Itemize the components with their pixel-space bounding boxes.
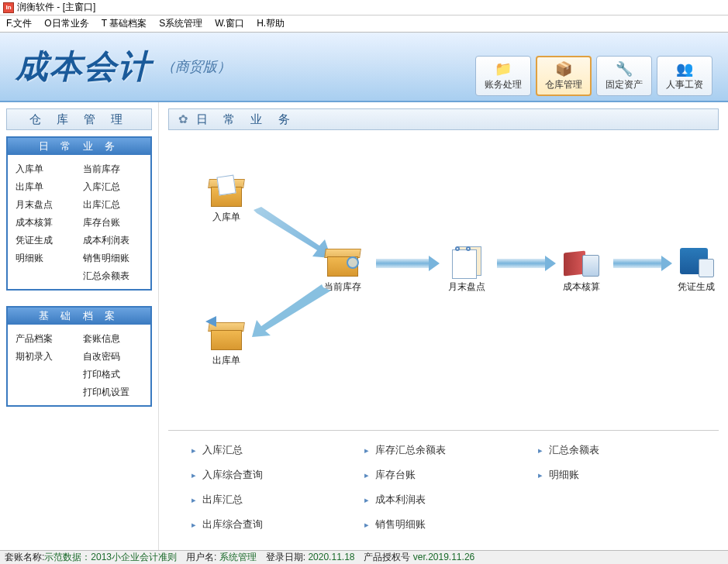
menu-daily[interactable]: O日常业务: [44, 17, 88, 30]
folder-icon: 📁: [494, 61, 512, 77]
flow-diagram: 入库单 当前库存: [168, 136, 719, 431]
menu-archive[interactable]: T 基础档案: [102, 17, 147, 30]
svg-marker-1: [252, 284, 331, 337]
box-stock-icon: [323, 245, 362, 279]
statusbar: 套账名称:示范数据：2013小企业会计准则 用户名: 系统管理 登录日期: 20…: [0, 550, 728, 564]
sidebar: 仓 库 管 理 日 常 业 务 入库单 当前库存 出库单 入库汇总 月末盘点 出…: [0, 102, 159, 550]
link-item[interactable]: 入库综合查询: [191, 468, 349, 482]
sidebar-item[interactable]: 套账信息: [83, 332, 143, 346]
flow-costing[interactable]: 成本核算: [562, 245, 601, 294]
sidebar-item[interactable]: 库存台账: [83, 216, 143, 229]
link-item[interactable]: 汇总余额表: [538, 443, 695, 457]
module-hr[interactable]: 👥 人事工资: [657, 56, 712, 96]
link-item[interactable]: 明细账: [538, 468, 695, 482]
voucher-icon: [677, 245, 716, 279]
sidebar-item[interactable]: 出库单: [16, 181, 75, 194]
box-icon: 📦: [554, 61, 573, 77]
app-title: 成本会计: [16, 45, 152, 88]
sidebar-item[interactable]: 打印格式: [83, 368, 143, 381]
panel-archive: 基 础 档 案 产品档案 套账信息 期初录入 自改密码 打印格式 打印机设置: [6, 306, 152, 407]
module-accounting[interactable]: 📁 账务处理: [475, 56, 531, 96]
app-subtitle: （商贸版）: [161, 57, 231, 76]
flow-inventory[interactable]: 月末盘点: [447, 245, 486, 294]
svg-marker-0: [254, 207, 331, 258]
sidebar-title: 仓 库 管 理: [6, 108, 152, 130]
menubar: F.文件 O日常业务 T 基础档案 S系统管理 W.窗口 H.帮助: [0, 15, 728, 33]
main-panel: ✿ 日 常 业 务 入库单: [159, 102, 728, 550]
arrow-icon: [613, 259, 663, 268]
sidebar-item[interactable]: 月末盘点: [16, 198, 75, 212]
book-calc-icon: [562, 245, 601, 279]
arrow-icon: [254, 210, 323, 256]
flow-outbound[interactable]: 出库单: [207, 318, 246, 367]
sidebar-item[interactable]: 打印机设置: [83, 386, 143, 399]
link-item[interactable]: 成本利润表: [364, 493, 522, 507]
sidebar-item[interactable]: 入库汇总: [83, 181, 143, 194]
menu-help[interactable]: H.帮助: [257, 17, 285, 30]
module-warehouse[interactable]: 📦 仓库管理: [536, 56, 592, 96]
panel-daily-header: 日 常 业 务: [8, 138, 150, 155]
sidebar-item[interactable]: 凭证生成: [16, 234, 75, 247]
box-out-icon: [207, 318, 246, 352]
gear-icon: ✿: [178, 112, 188, 126]
module-buttons: 📁 账务处理 📦 仓库管理 🔧 固定资产 👥 人事工资: [475, 56, 712, 96]
link-item[interactable]: 库存台账: [364, 468, 522, 482]
app-icon: In: [3, 2, 14, 13]
sidebar-item[interactable]: 成本利润表: [83, 234, 143, 247]
sidebar-item[interactable]: 汇总余额表: [83, 270, 143, 283]
flow-inbound[interactable]: 入库单: [207, 175, 246, 224]
menu-file[interactable]: F.文件: [6, 17, 32, 30]
panel-daily: 日 常 业 务 入库单 当前库存 出库单 入库汇总 月末盘点 出库汇总 成本核算…: [6, 136, 152, 291]
calendar-icon: [447, 245, 486, 279]
link-item[interactable]: 入库汇总: [191, 443, 349, 457]
sidebar-item[interactable]: 期初录入: [16, 350, 75, 363]
sidebar-item[interactable]: 产品档案: [16, 332, 75, 346]
menu-system[interactable]: S系统管理: [159, 17, 202, 30]
tool-icon: 🔧: [615, 61, 633, 77]
link-item[interactable]: 销售明细账: [364, 518, 522, 531]
flow-stock[interactable]: 当前库存: [323, 245, 362, 294]
sidebar-item[interactable]: 入库单: [16, 163, 75, 176]
sidebar-item[interactable]: 成本核算: [16, 216, 75, 229]
module-assets[interactable]: 🔧 固定资产: [596, 56, 652, 96]
content: 仓 库 管 理 日 常 业 务 入库单 当前库存 出库单 入库汇总 月末盘点 出…: [0, 102, 728, 550]
link-item[interactable]: 出库汇总: [191, 493, 349, 507]
sidebar-item[interactable]: 出库汇总: [83, 198, 143, 212]
sidebar-item[interactable]: 销售明细账: [83, 252, 143, 265]
window-title: 润衡软件 - [主窗口]: [17, 1, 95, 14]
titlebar: In 润衡软件 - [主窗口]: [0, 0, 728, 15]
flow-voucher[interactable]: 凭证生成: [677, 245, 716, 294]
sidebar-item: [16, 386, 75, 399]
arrow-icon: [497, 259, 547, 268]
sidebar-item[interactable]: 自改密码: [83, 350, 143, 363]
menu-window[interactable]: W.窗口: [215, 17, 244, 30]
main-title: ✿ 日 常 业 务: [168, 108, 719, 130]
sidebar-item[interactable]: 明细账: [16, 252, 75, 265]
report-links: 入库汇总 库存汇总余额表 汇总余额表 入库综合查询 库存台账 明细账 出库汇总 …: [168, 431, 719, 544]
banner: 成本会计 （商贸版） 📁 账务处理 📦 仓库管理 🔧 固定资产 👥 人事工资: [0, 33, 728, 102]
arrow-icon: [376, 259, 430, 268]
link-item[interactable]: 出库综合查询: [191, 518, 349, 531]
people-icon: 👥: [675, 61, 694, 77]
box-in-icon: [207, 175, 246, 209]
arrow-icon: [254, 287, 323, 334]
link-item[interactable]: 库存汇总余额表: [364, 443, 522, 457]
panel-archive-header: 基 础 档 案: [8, 308, 150, 325]
sidebar-item: [16, 368, 75, 381]
sidebar-item[interactable]: 当前库存: [83, 163, 143, 176]
sidebar-item: [16, 270, 75, 283]
